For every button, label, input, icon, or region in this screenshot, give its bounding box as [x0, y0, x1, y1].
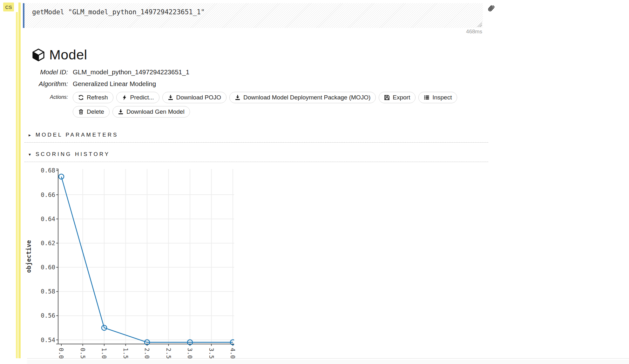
code-cell[interactable]: getModel "GLM_model_python_1497294223651…	[23, 3, 483, 28]
scoring-history-chart: 0.540.560.580.600.620.640.660.680.00.51.…	[23, 165, 239, 360]
action-button-inspect[interactable]: Inspect	[418, 92, 457, 103]
svg-text:2.5: 2.5	[165, 348, 172, 359]
download-icon	[235, 95, 240, 100]
action-button-download-pojo[interactable]: Download POJO	[162, 92, 227, 103]
section-model-parameters[interactable]: ▸ MODEL PARAMETERS	[24, 132, 488, 143]
action-button-export[interactable]: Export	[379, 92, 416, 103]
page-title: Model	[49, 47, 87, 63]
algorithm-label: Algorithm:	[24, 80, 68, 88]
list-icon	[424, 95, 429, 100]
svg-text:0.60: 0.60	[41, 264, 55, 271]
action-button-delete[interactable]: Delete	[73, 106, 110, 118]
model-cube-icon	[32, 48, 45, 62]
trash-icon	[78, 109, 84, 115]
svg-text:1.0: 1.0	[101, 348, 108, 359]
caret-right-icon: ▸	[29, 132, 36, 138]
next-cell-area	[27, 360, 629, 364]
bolt-icon	[122, 95, 127, 100]
selected-cell-bar	[18, 3, 21, 358]
refresh-icon	[78, 95, 84, 100]
model-id-row: Model ID: GLM_model_python_1497294223651…	[24, 68, 488, 76]
next-cell-divider	[27, 358, 629, 359]
algorithm-row: Algorithm: Generalized Linear Modeling	[24, 80, 488, 88]
model-output: Model Model ID: GLM_model_python_1497294…	[24, 37, 488, 361]
model-summary: Model ID: GLM_model_python_1497294223651…	[24, 68, 488, 88]
svg-text:objective: objective	[25, 240, 32, 273]
download-icon	[118, 109, 124, 115]
svg-text:4.0: 4.0	[229, 348, 236, 359]
svg-text:0.58: 0.58	[41, 288, 55, 295]
svg-text:0.56: 0.56	[41, 312, 55, 319]
download-icon	[168, 95, 173, 100]
selected-cell-output-bar	[16, 12, 18, 358]
svg-text:3.5: 3.5	[208, 348, 215, 359]
section-scoring-history-title: SCORING HISTORY	[36, 151, 110, 158]
svg-text:0.54: 0.54	[41, 336, 55, 343]
paperclip-icon[interactable]	[484, 2, 497, 15]
svg-text:0.5: 0.5	[79, 348, 86, 359]
svg-text:3.0: 3.0	[186, 348, 193, 359]
algorithm-value: Generalized Linear Modeling	[73, 80, 488, 88]
caret-down-icon: ▾	[29, 152, 36, 157]
actions-label: Actions:	[24, 92, 68, 120]
action-button-refresh[interactable]: Refresh	[73, 92, 113, 103]
section-model-parameters-title: MODEL PARAMETERS	[36, 132, 118, 138]
save-icon	[384, 95, 390, 100]
action-button-download-model-deployment-package-mojo[interactable]: Download Model Deployment Package (MOJO)	[229, 92, 376, 103]
svg-text:1.5: 1.5	[122, 348, 129, 359]
svg-text:0.64: 0.64	[41, 215, 55, 222]
model-id-label: Model ID:	[24, 68, 68, 76]
model-id-value: GLM_model_python_1497294223651_1	[73, 68, 488, 76]
svg-text:2.0: 2.0	[144, 348, 151, 359]
cell-type-badge: CS	[3, 3, 14, 11]
section-scoring-history[interactable]: ▾ SCORING HISTORY	[24, 151, 488, 162]
code-cell-input[interactable]: getModel "GLM_model_python_1497294223651…	[24, 3, 483, 16]
cell-execution-time: 468ms	[23, 29, 482, 35]
svg-text:0.62: 0.62	[41, 239, 55, 246]
actions-buttons: Refresh Predict... Download POJO Downloa…	[73, 92, 468, 120]
svg-text:0.68: 0.68	[41, 167, 55, 174]
cell-resize-grip[interactable]	[477, 22, 482, 27]
svg-text:0.66: 0.66	[41, 191, 55, 198]
svg-text:0.0: 0.0	[58, 348, 65, 359]
action-button-predict[interactable]: Predict...	[116, 92, 159, 103]
action-button-download-gen-model[interactable]: Download Gen Model	[112, 106, 190, 118]
